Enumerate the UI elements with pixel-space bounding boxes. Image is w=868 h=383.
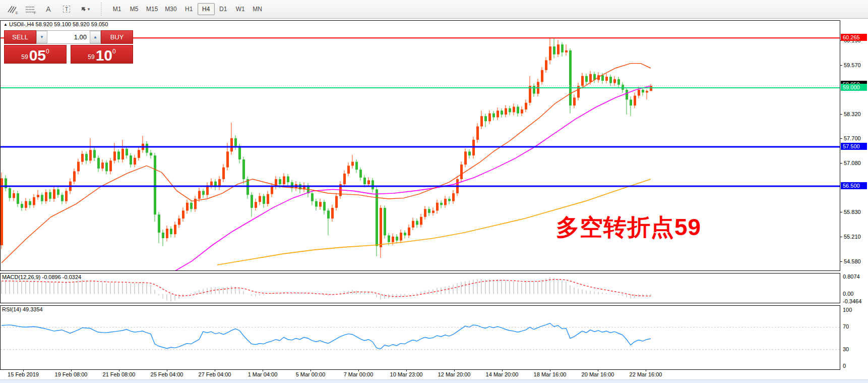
candle-body — [182, 210, 184, 218]
candle-body — [41, 195, 43, 201]
timeframe-button-w1[interactable]: W1 — [232, 3, 249, 15]
toolbar: EFAT▾ M1M5M15M30H1H4D1W1MN — [0, 0, 868, 19]
time-axis[interactable]: 15 Feb 201919 Feb 08:0021 Feb 08:0025 Fe… — [0, 370, 868, 379]
buy-price-big: 10 — [96, 48, 112, 62]
candle-body — [81, 154, 84, 162]
sell-button[interactable]: SELL — [4, 30, 36, 44]
candle-body — [279, 179, 281, 184]
candle-body — [545, 60, 547, 70]
candle-body — [85, 154, 88, 160]
rsi-axis-label: 100 — [843, 307, 852, 313]
timeframe-button-m5[interactable]: M5 — [126, 3, 143, 15]
rsi-indicator-pane[interactable] — [0, 305, 840, 370]
buy-button[interactable]: BUY — [101, 30, 133, 44]
candle-body — [162, 233, 164, 238]
rsi-axis-label: 0 — [843, 363, 846, 369]
candle-body — [166, 229, 168, 238]
volume-decrease-button[interactable]: ▼ — [36, 31, 47, 43]
candle-body — [428, 209, 430, 213]
candle-body — [367, 180, 370, 184]
time-axis-label: 21 Feb 08:00 — [103, 371, 136, 377]
candle-body — [315, 201, 318, 207]
time-axis-label: 15 Feb 2019 — [8, 371, 39, 377]
candle-body — [198, 191, 201, 199]
timeframe-button-h1[interactable]: H1 — [180, 3, 198, 15]
candle-body — [380, 208, 382, 247]
candle-body — [561, 44, 564, 52]
candle-body — [327, 210, 330, 218]
candle-body — [146, 144, 148, 153]
candle-body — [49, 192, 51, 199]
arrows-objects-icon[interactable]: ▾ — [77, 2, 93, 16]
candle-body — [476, 126, 479, 140]
price-axis-label: 55.210 — [844, 234, 861, 240]
candle-body — [170, 229, 172, 234]
candle-body — [222, 168, 225, 179]
candle-body — [569, 50, 572, 105]
candle-body — [158, 214, 160, 233]
candle-body — [154, 155, 156, 214]
price-axis-label: 54.580 — [844, 258, 861, 264]
time-axis-label: 1 Mar 04:00 — [248, 371, 278, 377]
sell-price-tile[interactable]: 59 05 0 — [4, 45, 67, 64]
candle-body — [630, 99, 632, 105]
buy-price-tile[interactable]: 59 10 0 — [71, 45, 133, 64]
candle-body — [613, 79, 616, 83]
macd-axis-label: 0.00 — [843, 291, 853, 297]
candle-body — [622, 85, 624, 90]
candle-body — [93, 150, 96, 158]
candle-body — [468, 151, 471, 155]
timeframe-button-m1[interactable]: M1 — [108, 3, 126, 15]
candle-body — [501, 111, 503, 115]
candle-body — [601, 75, 604, 81]
price-badge: 56.500 — [841, 182, 867, 189]
macd-axis-label: -0.3464 — [843, 298, 861, 304]
volume-input[interactable]: 1.00 — [47, 31, 90, 43]
candle-body — [626, 90, 628, 100]
candle-body — [130, 155, 132, 165]
candle-body — [174, 225, 176, 234]
macd-axis-label: 0.8074 — [843, 273, 860, 280]
text-label-icon[interactable]: A — [40, 2, 56, 16]
price-badge: 59.000 — [841, 84, 867, 91]
candle-body — [416, 221, 418, 225]
text-box-icon[interactable]: T — [58, 2, 75, 16]
volume-increase-button[interactable]: ▲ — [90, 31, 101, 43]
collapse-triangle-icon[interactable]: ▲ — [4, 22, 8, 27]
price-axis-tick — [840, 261, 842, 262]
candle-body — [113, 151, 116, 160]
candle-body — [585, 76, 588, 82]
candle-body — [121, 149, 124, 159]
candle-body — [565, 50, 568, 52]
macd-indicator-pane[interactable] — [0, 273, 840, 303]
timeframe-button-m15[interactable]: M15 — [143, 3, 161, 15]
candle-body — [452, 193, 455, 201]
candle-body — [242, 159, 245, 179]
candle-body — [436, 203, 439, 211]
candle-body — [509, 108, 511, 113]
one-click-trading-widget: SELL ▼ 1.00 ▲ BUY 59 05 0 59 10 0 — [4, 30, 133, 64]
time-axis-label: 18 Mar 16:00 — [534, 371, 567, 377]
candle-body — [343, 174, 346, 184]
rsi-label: RSI(14) 49.3354 — [2, 306, 43, 312]
candle-body — [355, 162, 358, 170]
chart-annotation-text: 多空转折点59 — [556, 212, 701, 243]
timeframe-button-h4[interactable]: H4 — [198, 3, 215, 15]
candle-body — [251, 195, 253, 208]
timeframe-button-mn[interactable]: MN — [249, 3, 266, 15]
timeframe-button-d1[interactable]: D1 — [215, 3, 232, 15]
fibonacci-grid-icon[interactable]: F — [22, 2, 38, 16]
macd-label: MACD(12,26,9) -0.0896 -0.0324 — [2, 274, 81, 280]
candle-body — [267, 194, 269, 204]
crosshair-lines-icon[interactable]: E — [4, 2, 20, 16]
candle-body — [33, 197, 35, 205]
rsi-line — [2, 323, 651, 349]
candle-body — [335, 196, 338, 208]
candle-body — [392, 237, 394, 242]
price-axis-tick — [840, 212, 842, 212]
timeframe-button-m30[interactable]: M30 — [161, 3, 180, 15]
candle-body — [126, 149, 128, 155]
candle-body — [202, 191, 205, 195]
candle-body — [291, 182, 293, 188]
toolbar-separator — [100, 3, 102, 16]
